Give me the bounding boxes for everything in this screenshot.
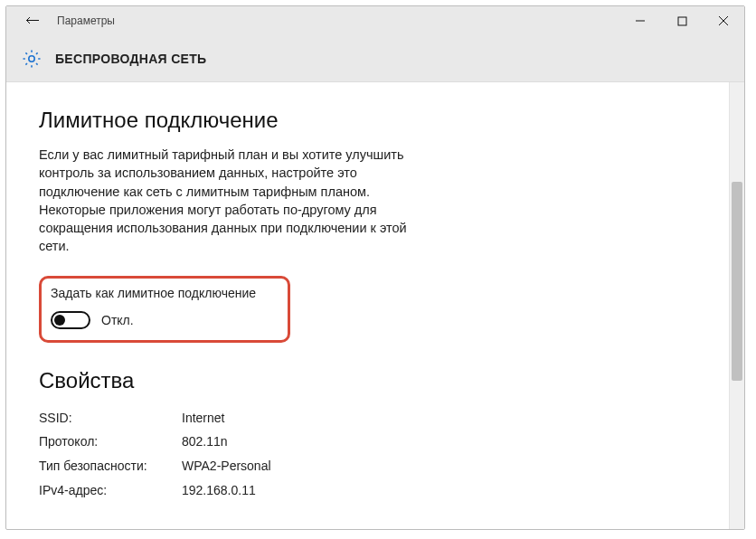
properties-heading: Свойства xyxy=(39,368,698,393)
property-key: Тип безопасности: xyxy=(39,454,182,478)
back-button[interactable]: 🡐 xyxy=(15,6,50,35)
gear-icon xyxy=(19,46,44,71)
property-key: Протокол: xyxy=(39,430,182,454)
property-value: 192.168.0.11 xyxy=(182,478,256,503)
maximize-button[interactable] xyxy=(661,6,703,35)
metered-toggle-highlight: Задать как лимитное подключение Откл. xyxy=(39,276,290,343)
minimize-icon xyxy=(635,15,646,26)
close-button[interactable] xyxy=(703,6,744,35)
metered-toggle-state: Откл. xyxy=(101,313,134,327)
metered-toggle-label: Задать как лимитное подключение xyxy=(51,286,277,300)
maximize-icon xyxy=(677,16,687,26)
property-row: IPv4-адрес: 192.168.0.11 xyxy=(39,478,698,503)
property-value: Internet xyxy=(182,406,224,430)
close-icon xyxy=(718,15,729,26)
metered-toggle[interactable] xyxy=(51,311,90,329)
property-key: IPv4-адрес: xyxy=(39,478,182,503)
scrollbar[interactable] xyxy=(729,82,744,529)
window-controls xyxy=(619,6,744,35)
property-row: Протокол: 802.11n xyxy=(39,430,698,454)
property-value: WPA2-Personal xyxy=(182,454,271,478)
svg-point-4 xyxy=(29,55,34,61)
property-row: Тип безопасности: WPA2-Personal xyxy=(39,454,698,478)
content-scroll-wrap: Лимитное подключение Если у вас лимитный… xyxy=(6,82,744,529)
metered-description: Если у вас лимитный тарифный план и вы х… xyxy=(39,146,419,256)
property-row: SSID: Internet xyxy=(39,406,698,430)
metered-heading: Лимитное подключение xyxy=(39,108,698,133)
property-value: 802.11n xyxy=(182,430,228,454)
titlebar: 🡐 Параметры xyxy=(6,6,744,35)
property-key: SSID: xyxy=(39,406,182,430)
toggle-knob-icon xyxy=(54,315,65,326)
svg-rect-1 xyxy=(678,17,686,25)
metered-toggle-row: Откл. xyxy=(51,311,277,329)
back-arrow-icon: 🡐 xyxy=(25,14,40,28)
app-title: Параметры xyxy=(50,14,115,27)
page-title: БЕСПРОВОДНАЯ СЕТЬ xyxy=(55,52,206,66)
settings-window: 🡐 Параметры БЕСПРОВОДНАЯ СЕТЬ Лимитное xyxy=(5,5,745,530)
minimize-button[interactable] xyxy=(619,6,661,35)
content-area: Лимитное подключение Если у вас лимитный… xyxy=(6,82,729,529)
page-header: БЕСПРОВОДНАЯ СЕТЬ xyxy=(6,35,744,82)
scrollbar-thumb-icon xyxy=(732,182,742,381)
